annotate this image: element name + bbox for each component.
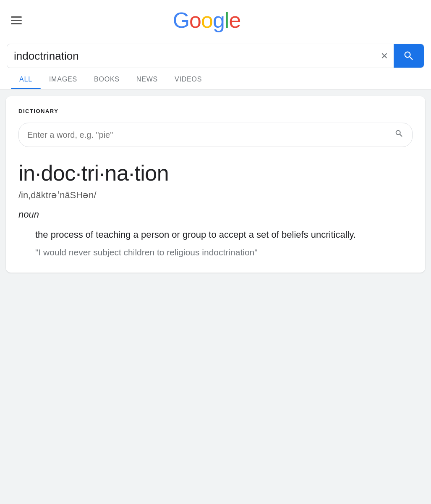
logo-letter-o2: o xyxy=(201,8,213,32)
hamburger-line-2 xyxy=(11,20,22,21)
tab-news[interactable]: NEWS xyxy=(128,70,166,89)
main-content: DICTIONARY in·doc·tri·na·tion /inˌdäktrə… xyxy=(0,89,431,279)
search-submit-button[interactable] xyxy=(394,44,424,68)
header: Google xyxy=(0,0,431,39)
part-of-speech: noun xyxy=(18,209,413,220)
tab-all[interactable]: ALL xyxy=(11,70,41,89)
dictionary-section-label: DICTIONARY xyxy=(18,108,413,114)
search-area: × ALL IMAGES BOOKS NEWS VIDEOS xyxy=(0,39,431,89)
close-icon: × xyxy=(381,49,388,62)
clear-search-button[interactable]: × xyxy=(375,46,394,66)
google-logo: Google xyxy=(173,8,241,33)
tab-videos[interactable]: VIDEOS xyxy=(166,70,210,89)
search-tabs: ALL IMAGES BOOKS NEWS VIDEOS xyxy=(7,70,424,89)
tab-books[interactable]: BOOKS xyxy=(86,70,128,89)
logo-letter-o1: o xyxy=(189,8,201,32)
search-icon xyxy=(403,50,415,62)
logo-letter-G: G xyxy=(173,8,189,32)
logo-letter-g: g xyxy=(213,8,225,32)
dictionary-card: DICTIONARY in·doc·tri·na·tion /inˌdäktrə… xyxy=(6,96,425,273)
logo-letter-l: l xyxy=(225,8,229,32)
dictionary-search-input[interactable] xyxy=(27,130,394,140)
logo-letter-e: e xyxy=(229,8,240,32)
definition-text: the process of teaching a person or grou… xyxy=(35,228,413,242)
dictionary-search-icon xyxy=(394,129,404,141)
hamburger-line-1 xyxy=(11,16,22,18)
hamburger-line-3 xyxy=(11,23,22,24)
hamburger-menu-button[interactable] xyxy=(8,14,24,27)
phonetic-spelling: /inˌdäktrəˈnāSHən/ xyxy=(18,190,413,201)
word-title: in·doc·tri·na·tion xyxy=(18,160,413,186)
tab-images[interactable]: IMAGES xyxy=(41,70,86,89)
example-text: "I would never subject children to relig… xyxy=(35,246,413,259)
search-input[interactable] xyxy=(7,50,375,63)
dictionary-search-box[interactable] xyxy=(18,123,413,147)
search-box: × xyxy=(7,44,424,68)
definition-block: the process of teaching a person or grou… xyxy=(35,228,413,259)
